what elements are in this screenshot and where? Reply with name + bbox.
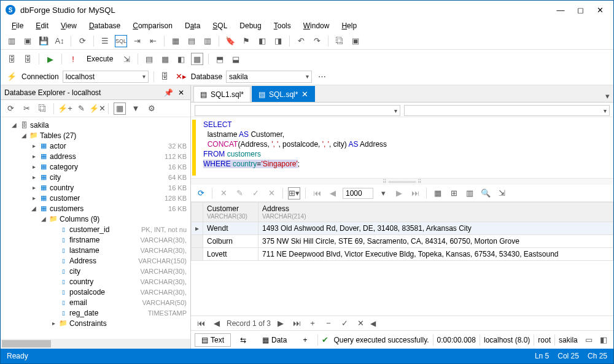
tree-tables[interactable]: ◢📁Tables (27) [1, 130, 190, 141]
tree-columns[interactable]: ◢📁Columns (9) [1, 214, 190, 224]
stop-icon[interactable]: ! [67, 53, 79, 65]
tree-col-reg_date[interactable]: ▯reg_dateTIMESTAMP [1, 308, 190, 318]
tab-text[interactable]: ▤Text [195, 333, 231, 347]
list-icon[interactable]: ☰ [99, 35, 111, 47]
exp-copy-icon[interactable]: ⿻ [36, 103, 49, 115]
splitter[interactable]: ⠿ ═══════ ⠿ [191, 179, 613, 185]
tree-table-actor[interactable]: ▸▦actor32 KB [1, 141, 190, 151]
conn-icon[interactable]: ⚡ [6, 71, 18, 83]
redo-icon[interactable]: ↷ [311, 35, 323, 47]
sql-icon[interactable]: SQL [115, 35, 127, 47]
tree-table-customers[interactable]: ◢▦customers16 KB [1, 203, 190, 214]
nav-ok-icon[interactable]: ✓ [338, 317, 351, 330]
menu-comparison[interactable]: Comparison [128, 20, 177, 31]
exp-refresh-icon[interactable]: ⟳ [4, 103, 17, 115]
profile-icon[interactable]: ◧ [175, 53, 187, 65]
nav-x-icon[interactable]: ✕ [354, 317, 367, 330]
explorer-hscroll[interactable] [1, 339, 190, 349]
undo-icon[interactable]: ↶ [295, 35, 307, 47]
exp-filter-icon[interactable]: ▼ [130, 103, 142, 115]
more-icon[interactable]: ⋯ [316, 71, 328, 83]
tree-col-lastname[interactable]: ▯lastnameVARCHAR(30), [1, 245, 190, 255]
view-pivot-icon[interactable]: ▥ [464, 187, 476, 199]
tree-col-customer_id[interactable]: ▯customer_idPK, INT, not nu [1, 224, 190, 234]
pager-prev-icon[interactable]: ◀ [327, 187, 339, 199]
database-combo[interactable]: sakila [226, 71, 312, 83]
tree-db[interactable]: ◢🗄sakila [1, 120, 190, 130]
tree-col-city[interactable]: ▯cityVARCHAR(30), [1, 266, 190, 276]
close-button[interactable]: ✕ [591, 2, 608, 17]
tree-table-customer[interactable]: ▸▦customer128 KB [1, 193, 190, 203]
view-export-icon[interactable]: ⇲ [495, 187, 508, 199]
step-icon[interactable]: ⇲ [120, 53, 133, 65]
results-grid[interactable]: CustomerVARCHAR(30) AddressVARCHAR(214) … [191, 202, 613, 316]
menu-help[interactable]: Help [336, 20, 362, 31]
nav-first-icon[interactable]: ⏮ [195, 317, 207, 330]
exp-view-icon[interactable]: ▦ [114, 103, 126, 115]
open-icon[interactable]: ▣ [21, 35, 34, 47]
outdent-icon[interactable]: ⇤ [147, 35, 159, 47]
tree-constraints[interactable]: ▸📁Constraints [1, 318, 190, 328]
pin-icon[interactable]: 📌 [161, 88, 176, 97]
tree-table-country[interactable]: ▸▦country16 KB [1, 182, 190, 193]
explain-icon[interactable]: ▤ [143, 53, 155, 65]
res-mode-icon[interactable]: ⊞▾ [288, 187, 300, 199]
proc-icon[interactable]: ▥ [201, 35, 214, 47]
uncomment-icon[interactable]: ◨ [272, 35, 284, 47]
view-grid-icon[interactable]: ▦ [432, 187, 444, 199]
tree-col-postalcode[interactable]: ▯postalcodeVARCHAR(30), [1, 287, 190, 297]
execute-button[interactable]: Execute [83, 53, 117, 64]
nav-next-icon[interactable]: ▶ [274, 317, 287, 330]
menu-window[interactable]: Window [298, 20, 335, 31]
db-x-icon[interactable]: ✕▸ [175, 71, 187, 83]
exp-cut-icon[interactable]: ✂ [20, 103, 33, 115]
tree-col-email[interactable]: ▯emailVARCHAR(50) [1, 297, 190, 308]
maximize-button[interactable]: ◻ [572, 2, 589, 17]
tab-close-icon[interactable]: ✕ [301, 90, 308, 99]
table-row[interactable]: ▸Wendt1493 Old Ashwood Rd, Dover, DE, 31… [192, 222, 613, 235]
menu-edit[interactable]: Edit [31, 20, 53, 31]
tab-swap[interactable]: ⇆ [233, 333, 253, 347]
db-select-icon[interactable]: 🗄 [159, 71, 171, 83]
debug-icon[interactable]: ▦ [159, 53, 171, 65]
connection-combo[interactable]: localhost [63, 71, 149, 83]
import-icon[interactable]: ⬓ [230, 53, 242, 65]
new-icon[interactable]: ▥ [6, 35, 18, 47]
table-row[interactable]: Lovett711 NE Deepwood Blvd, Victor Execu… [192, 248, 613, 261]
copy-icon[interactable]: ⿻ [333, 35, 346, 47]
exp-new-conn-icon[interactable]: ⚡+ [59, 103, 71, 115]
exp-del-icon[interactable]: ⚡✕ [91, 103, 103, 115]
panel-close-icon[interactable]: ✕ [176, 88, 187, 97]
bookmark-icon[interactable]: 🔖 [224, 35, 236, 47]
menu-data[interactable]: Data [180, 20, 205, 31]
tab-sql1[interactable]: ▤SQL1.sql* [193, 86, 251, 102]
db2-icon[interactable]: 🗄 [21, 53, 34, 65]
grid-icon[interactable]: ▦ [169, 35, 182, 47]
refresh-icon[interactable]: ⟳ [76, 35, 88, 47]
res-cancel-icon[interactable]: ✕ [217, 187, 230, 199]
pager-first-icon[interactable]: ⏮ [311, 187, 323, 199]
exp-opts-icon[interactable]: ⚙ [146, 103, 158, 115]
save-icon[interactable]: 💾 [37, 35, 50, 47]
pager-input[interactable] [343, 188, 373, 199]
minimize-button[interactable]: — [552, 2, 569, 17]
run-icon[interactable]: ▶ [44, 53, 56, 65]
tree-col-country[interactable]: ▯countryVARCHAR(30), [1, 276, 190, 287]
pager-last-icon[interactable]: ⏭ [409, 187, 421, 199]
schema-icon[interactable]: ▦ [191, 53, 203, 65]
tab-sql[interactable]: ▤SQL.sql*✕ [252, 86, 315, 102]
menu-tools[interactable]: Tools [269, 20, 296, 31]
tree-table-city[interactable]: ▸▦city64 KB [1, 172, 190, 182]
chart-icon[interactable]: ▤ [185, 35, 198, 47]
tabs-menu-icon[interactable]: ▾ [601, 90, 613, 102]
res-edit-icon[interactable]: ✎ [233, 187, 246, 199]
export-icon[interactable]: ⬒ [214, 53, 226, 65]
member-combo[interactable] [404, 105, 610, 116]
table-row[interactable]: Colburn375 NW Ski Hill Circle, STE 69, S… [192, 235, 613, 248]
view-search-icon[interactable]: 🔍 [480, 187, 492, 199]
res-rollback-icon[interactable]: ✕ [265, 187, 278, 199]
res-refresh-icon[interactable]: ⟳ [195, 187, 207, 199]
sql-editor[interactable]: SELECT lastname AS Customer, CONCAT(Addr… [191, 117, 613, 179]
exp-edit-icon[interactable]: ✎ [75, 103, 87, 115]
menu-database[interactable]: Database [84, 20, 125, 31]
